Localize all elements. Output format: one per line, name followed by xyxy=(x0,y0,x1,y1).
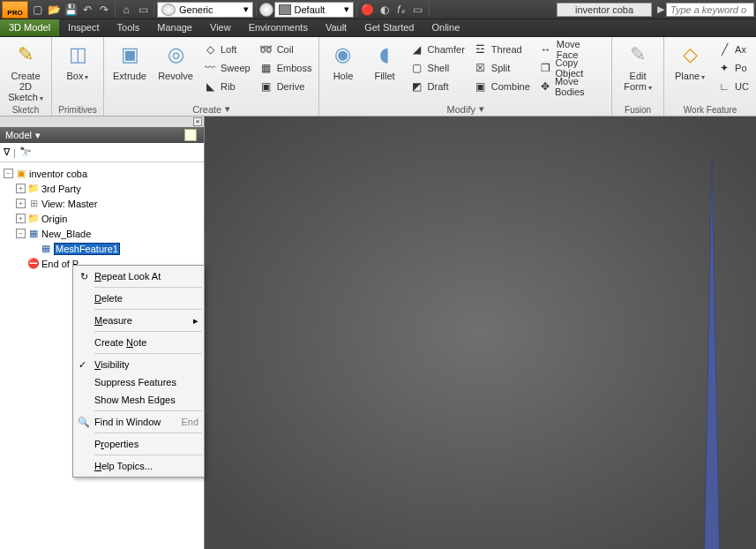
axis-button[interactable]: ╱Ax xyxy=(715,41,751,58)
hole-button[interactable]: ◉ Hole xyxy=(325,39,361,81)
search-go-icon[interactable]: ▶ xyxy=(657,4,664,15)
redo-icon[interactable]: ↷ xyxy=(96,2,112,18)
draft-button[interactable]: ◩Draft xyxy=(408,78,467,95)
ctx-suppress[interactable]: Suppress Features xyxy=(73,373,204,391)
move-face-button[interactable]: ↔Move Face xyxy=(537,41,606,58)
binoculars-icon[interactable]: 🔭 xyxy=(19,147,32,158)
tree-origin[interactable]: +📁Origin xyxy=(0,211,204,226)
move-face-icon: ↔ xyxy=(539,42,553,56)
folder-icon: 📁 xyxy=(27,213,40,225)
viewport-3d[interactable] xyxy=(205,117,756,549)
submenu-arrow-icon: ▸ xyxy=(193,315,198,327)
ribbon-group-modify: ◉ Hole ◖ Fillet ◢Chamfer ▢Shell ◩Draft ☲… xyxy=(319,37,612,116)
box-button[interactable]: ◫ Box xyxy=(57,39,98,83)
home-icon[interactable]: ⌂ xyxy=(118,2,134,18)
shell-button[interactable]: ▢Shell xyxy=(408,59,467,77)
qat-separator xyxy=(429,3,430,17)
loft-button[interactable]: ◇Loft xyxy=(201,41,252,58)
ctx-visibility[interactable]: ✓Visibility xyxy=(73,356,204,373)
adjust-icon[interactable]: ◐ xyxy=(377,2,393,18)
tree-mesh-feature[interactable]: ▦MeshFeature1 xyxy=(0,241,204,256)
tree-view-master[interactable]: +⊞View: Master xyxy=(0,196,204,211)
tab-online[interactable]: Online xyxy=(423,19,468,36)
find-icon: 🔍 xyxy=(77,417,91,428)
qat-separator xyxy=(115,3,116,17)
repeat-icon: ↻ xyxy=(77,271,91,282)
tab-3d-model[interactable]: 3D Model xyxy=(0,19,59,36)
appearance-swatch-icon[interactable] xyxy=(259,3,273,17)
coil-icon: ➿ xyxy=(259,42,273,56)
search-input[interactable] xyxy=(666,3,754,17)
sweep-icon: 〰 xyxy=(203,61,217,75)
ctx-find-in-window[interactable]: 🔍Find in WindowEnd xyxy=(73,413,204,431)
ctx-properties[interactable]: Properties xyxy=(73,435,204,453)
split-button[interactable]: ☒Split xyxy=(472,59,532,77)
ctx-repeat[interactable]: ↻Repeat Look At xyxy=(73,267,204,285)
check-icon: ✓ xyxy=(79,359,86,371)
document-title: inventor coba xyxy=(557,3,652,17)
split-icon: ☒ xyxy=(474,61,488,75)
ctx-measure[interactable]: Measure▸ xyxy=(73,312,204,329)
appearance-icon[interactable]: 🔴 xyxy=(360,2,376,18)
thread-icon: ☲ xyxy=(474,42,488,56)
chamfer-button[interactable]: ◢Chamfer xyxy=(408,41,467,58)
fx-icon[interactable]: fₓ xyxy=(393,2,409,18)
ctx-separator xyxy=(94,353,202,354)
new-icon[interactable]: ▢ xyxy=(29,2,45,18)
undo-icon[interactable]: ↶ xyxy=(79,2,95,18)
move-bodies-icon: ✥ xyxy=(539,79,551,94)
context-menu: ↻Repeat Look At Delete Measure▸ Create N… xyxy=(72,265,205,478)
tab-tools[interactable]: Tools xyxy=(109,19,149,36)
point-button[interactable]: ✦Po xyxy=(715,59,751,77)
create-2d-sketch-button[interactable]: ✎ Create 2D Sketch xyxy=(5,39,46,104)
extrude-button[interactable]: ▣ Extrude xyxy=(109,39,150,81)
material-label: Generic xyxy=(179,4,213,15)
open-icon[interactable]: 📂 xyxy=(46,2,62,18)
plane-icon: ◇ xyxy=(676,41,704,69)
tab-environments[interactable]: Environments xyxy=(240,19,317,36)
ctx-help[interactable]: Help Topics... xyxy=(73,457,204,475)
copy-object-button[interactable]: ❐Copy Object xyxy=(537,59,606,77)
tab-get-started[interactable]: Get Started xyxy=(356,19,423,36)
sweep-button[interactable]: 〰Sweep xyxy=(201,59,252,77)
fillet-button[interactable]: ◖ Fillet xyxy=(367,39,403,81)
ribbon-group-work-features: ◇ Plane ╱Ax ✦Po ∟UC Work Feature xyxy=(664,37,756,116)
emboss-button[interactable]: ▦Emboss xyxy=(258,59,314,77)
tab-manage[interactable]: Manage xyxy=(148,19,201,36)
plane-button[interactable]: ◇ Plane xyxy=(670,39,710,83)
combine-button[interactable]: ▣Combine xyxy=(472,78,532,95)
tab-view[interactable]: View xyxy=(201,19,240,36)
help-icon[interactable]: ? xyxy=(184,129,197,141)
model-browser-header[interactable]: Model▾ ? xyxy=(0,127,204,143)
material-dropdown[interactable]: Generic ▾ xyxy=(157,2,253,18)
material-swatch-icon xyxy=(161,4,176,16)
panel-close-button[interactable]: × xyxy=(193,117,202,126)
tree-3rd-party[interactable]: +📁3rd Party xyxy=(0,181,204,196)
ctx-create-note[interactable]: Create Note xyxy=(73,334,204,351)
move-bodies-button[interactable]: ✥Move Bodies xyxy=(537,78,606,95)
ctx-separator xyxy=(94,287,202,288)
derive-button[interactable]: ▣Derive xyxy=(258,78,314,95)
revolve-button[interactable]: ◎ Revolve xyxy=(155,39,196,81)
ctx-delete[interactable]: Delete xyxy=(73,290,204,307)
inventor-logo[interactable]: PRO xyxy=(2,1,28,19)
mesh-icon: ▦ xyxy=(27,228,40,240)
edit-form-button[interactable]: ✎ Edit Form xyxy=(618,39,658,94)
coil-button[interactable]: ➿Coil xyxy=(258,41,314,58)
appearance-dropdown[interactable]: Default ▾ xyxy=(274,2,354,18)
ucs-button[interactable]: ∟UC xyxy=(715,78,751,95)
settings-icon[interactable]: ▭ xyxy=(410,2,426,18)
ribbon: ✎ Create 2D Sketch Sketch ◫ Box Primitiv… xyxy=(0,37,756,117)
tree-new-blade[interactable]: −▦New_Blade xyxy=(0,226,204,241)
thread-button[interactable]: ☲Thread xyxy=(472,41,532,58)
select-icon[interactable]: ▭ xyxy=(135,2,151,18)
emboss-icon: ▦ xyxy=(259,61,273,75)
panel-handle[interactable]: × xyxy=(0,117,205,127)
tree-root[interactable]: −▣inventor coba xyxy=(0,166,204,181)
rib-button[interactable]: ◣Rib xyxy=(201,78,252,95)
tab-inspect[interactable]: Inspect xyxy=(59,19,108,36)
filter-icon[interactable]: ∇ xyxy=(4,147,10,158)
tab-vault[interactable]: Vault xyxy=(317,19,356,36)
save-icon[interactable]: 💾 xyxy=(63,2,79,18)
ctx-show-mesh-edges[interactable]: Show Mesh Edges xyxy=(73,391,204,409)
